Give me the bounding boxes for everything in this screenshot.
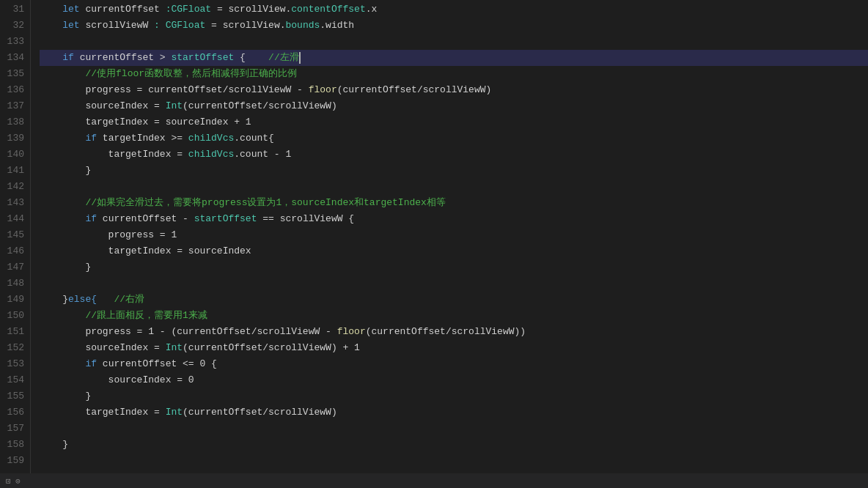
- line-numbers: 3132133134135136137138139140141142143144…: [0, 0, 31, 473]
- token: [40, 18, 62, 34]
- code-line: let currentOffset :CGFloat = scrollView.…: [40, 1, 868, 18]
- token: sourceIndex =: [40, 98, 166, 114]
- code-line: }else{ //右滑: [40, 292, 868, 308]
- token: .count{: [234, 130, 274, 147]
- line-number: 133: [0, 34, 24, 50]
- editor: 3132133134135136137138139140141142143144…: [0, 0, 868, 488]
- line-number: 145: [0, 227, 24, 243]
- token: if: [85, 130, 97, 147]
- token: .width: [320, 18, 354, 34]
- token: sourceIndex =: [40, 340, 166, 356]
- token: currentOffset -: [97, 211, 194, 227]
- line-number: 142: [0, 179, 24, 195]
- token: currentOffset <=: [97, 356, 199, 372]
- token: //左滑: [268, 50, 299, 66]
- line-number: 138: [0, 114, 24, 130]
- line-number: 140: [0, 147, 24, 163]
- line-number: 149: [0, 292, 24, 308]
- line-number: 156: [0, 404, 24, 421]
- token: if: [62, 50, 74, 66]
- code-line: let scrollViewW : CGFloat = scrollView.b…: [40, 18, 868, 34]
- token: startOffset: [194, 211, 257, 227]
- token: {: [205, 356, 217, 372]
- code-line: targetIndex = childVcs.count - 1: [40, 147, 868, 163]
- token: }: [40, 437, 68, 453]
- line-number: 141: [0, 163, 24, 179]
- token: else{: [68, 292, 114, 308]
- token: childVcs: [188, 147, 234, 163]
- code-line: sourceIndex = Int(currentOffset/scrollVi…: [40, 98, 868, 114]
- token: //如果完全滑过去，需要将progress设置为1，sourceIndex和ta…: [85, 195, 445, 211]
- token: 0: [199, 356, 205, 372]
- code-line: progress = 1 - (currentOffset/scrollView…: [40, 324, 868, 340]
- token: 1: [171, 227, 177, 243]
- token: if: [85, 356, 97, 372]
- token: {: [234, 50, 268, 66]
- token: floor: [337, 324, 366, 340]
- line-number: 157: [0, 421, 24, 437]
- line-number: 155: [0, 388, 24, 404]
- token: .count -: [234, 147, 285, 163]
- code-line: //如果完全滑过去，需要将progress设置为1，sourceIndex和ta…: [40, 195, 868, 211]
- code-line: targetIndex = sourceIndex + 1: [40, 114, 868, 130]
- token: [40, 1, 62, 18]
- line-number: 150: [0, 308, 24, 324]
- token: 0: [188, 372, 194, 388]
- token: progress =: [40, 227, 171, 243]
- token: childVcs: [188, 130, 234, 147]
- line-number: 152: [0, 340, 24, 356]
- token: targetIndex = sourceIndex: [40, 243, 251, 259]
- line-number: 31: [0, 1, 24, 18]
- code-line: [40, 179, 868, 195]
- token: progress = 1 - (currentOffset/scrollView…: [40, 324, 337, 340]
- token: targetIndex = sourceIndex +: [40, 114, 246, 130]
- code-line: [40, 276, 868, 292]
- token: targetIndex >=: [97, 130, 188, 147]
- token: [40, 130, 85, 147]
- token: [40, 50, 62, 66]
- token: : CGFloat: [154, 18, 205, 34]
- code-content[interactable]: let currentOffset :CGFloat = scrollView.…: [31, 0, 868, 473]
- token: (currentOffset/scrollViewW) +: [183, 340, 354, 356]
- status-bar: ⊡ ⊙: [6, 476, 21, 486]
- token: let: [62, 1, 79, 18]
- code-line: }: [40, 388, 868, 404]
- line-number: 136: [0, 82, 24, 98]
- token: 1: [354, 340, 360, 356]
- token: }: [40, 292, 68, 308]
- line-number: 153: [0, 356, 24, 372]
- code-line: targetIndex = sourceIndex: [40, 243, 868, 259]
- token: sourceIndex =: [40, 372, 188, 388]
- code-line: if currentOffset - startOffset == scroll…: [40, 211, 868, 227]
- code-line: }: [40, 259, 868, 276]
- token: Int: [166, 404, 183, 421]
- token: .x: [366, 1, 378, 18]
- token: progress = currentOffset/scrollViewW -: [40, 82, 309, 98]
- code-line: }: [40, 163, 868, 179]
- text-cursor: [299, 52, 301, 64]
- token: scrollViewW: [80, 18, 154, 34]
- code-line: //跟上面相反，需要用1来减: [40, 308, 868, 324]
- token: //右滑: [114, 292, 144, 308]
- line-number: 158: [0, 437, 24, 453]
- line-number: 146: [0, 243, 24, 259]
- line-number: 147: [0, 259, 24, 276]
- line-number: 154: [0, 372, 24, 388]
- code-line: //使用floor函数取整，然后相减得到正确的比例: [40, 66, 868, 82]
- token: targetIndex =: [40, 404, 166, 421]
- code-line: [40, 421, 868, 437]
- line-number: 144: [0, 211, 24, 227]
- code-line: }: [40, 437, 868, 453]
- line-number: 32: [0, 18, 24, 34]
- line-number: 159: [0, 453, 24, 469]
- code-line: sourceIndex = 0: [40, 372, 868, 388]
- code-line: if currentOffset > startOffset { //左滑: [40, 50, 868, 66]
- code-area[interactable]: 3132133134135136137138139140141142143144…: [0, 0, 868, 473]
- token: :CGFloat: [166, 1, 211, 18]
- token: [40, 66, 85, 82]
- token: }: [40, 163, 91, 179]
- code-line: progress = 1: [40, 227, 868, 243]
- token: = scrollView.: [205, 18, 285, 34]
- token: (currentOffset/scrollViewW): [337, 82, 492, 98]
- line-number: 134: [0, 50, 24, 66]
